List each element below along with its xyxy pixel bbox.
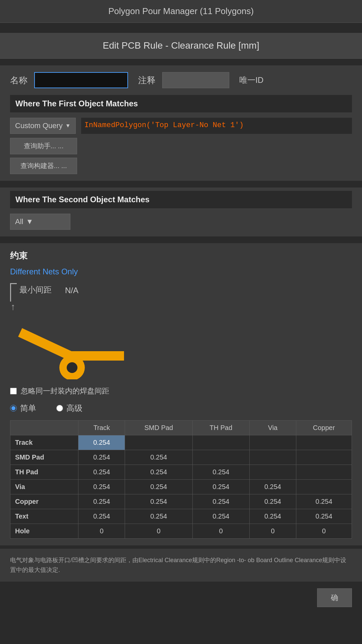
cell-smd-track[interactable]: 0.254: [78, 450, 125, 465]
top-bar: Polygon Pour Manager (11 Polygons): [0, 0, 362, 23]
all-dropdown[interactable]: All ▼: [10, 214, 70, 230]
checkbox-row: 忽略同一封装内的焊盘间距: [10, 386, 352, 396]
na-value: N/A: [65, 286, 78, 295]
bracket-icon: [10, 283, 17, 302]
table-row: SMD Pad 0.254 0.254: [10, 450, 352, 465]
col-header-empty: [10, 421, 78, 435]
radio-simple-label: 简单: [20, 403, 36, 414]
table-row: Track 0.254: [10, 435, 352, 450]
query-expression: InNamedPolygon('Top Layer-No Net 1'): [81, 118, 352, 134]
cell-track-track[interactable]: 0.254: [78, 435, 125, 450]
title-bar: Edit PCB Rule - Clearance Rule [mm]: [0, 33, 362, 59]
row-label-th: TH Pad: [10, 465, 78, 480]
first-object-header: Where The First Object Matches: [10, 95, 352, 112]
col-header-th: TH Pad: [192, 421, 249, 435]
svg-point-1: [67, 362, 77, 373]
table-row: Hole 0 0 0 0 0: [10, 524, 352, 539]
main-content: 名称 注释 唯一ID Where The First Object Matche…: [0, 65, 362, 181]
footer-content: 电气对象与电路板开口/凹槽之间要求的间距，由Electrical Clearan…: [10, 557, 346, 573]
query-buttons: 查询助手... ... 查询构建器... ...: [10, 138, 352, 174]
pcb-visual: [10, 319, 131, 379]
constraint-section: 约束 Different Nets Only 最小间距 ↑ N/A 忽略同一封装…: [0, 243, 362, 545]
cell-smd-smd[interactable]: 0.254: [125, 450, 192, 465]
ignore-pad-checkbox[interactable]: [10, 388, 17, 394]
name-input[interactable]: [34, 72, 128, 88]
footer-text: 电气对象与电路板开口/凹槽之间要求的间距，由Electrical Clearan…: [0, 549, 362, 582]
id-label: 唯一ID: [239, 75, 263, 86]
cell-copper-th[interactable]: 0.254: [192, 494, 249, 509]
cell-copper-via[interactable]: 0.254: [249, 494, 296, 509]
row-label-copper: Copper: [10, 494, 78, 509]
col-header-track: Track: [78, 421, 125, 435]
name-label: 名称: [10, 74, 27, 86]
col-header-copper: Copper: [296, 421, 352, 435]
ignore-pad-label: 忽略同一封装内的焊盘间距: [21, 386, 109, 396]
clearance-table: Track SMD Pad TH Pad Via Copper Track 0.…: [10, 420, 352, 539]
cell-th-via: [249, 465, 296, 480]
cell-text-copper[interactable]: 0.254: [296, 509, 352, 524]
custom-query-label: Custom Query: [15, 121, 63, 130]
query-builder-button[interactable]: 查询构建器... ...: [10, 158, 77, 174]
cell-hole-via[interactable]: 0: [249, 524, 296, 539]
cell-via-copper: [296, 480, 352, 494]
cell-text-smd[interactable]: 0.254: [125, 509, 192, 524]
cell-copper-smd[interactable]: 0.254: [125, 494, 192, 509]
cell-text-th[interactable]: 0.254: [192, 509, 249, 524]
cell-th-smd[interactable]: 0.254: [125, 465, 192, 480]
radio-row: 简单 高级: [10, 403, 352, 414]
radio-advanced[interactable]: [56, 405, 63, 412]
cell-via-track[interactable]: 0.254: [78, 480, 125, 494]
custom-query-dropdown[interactable]: Custom Query ▼: [10, 118, 76, 134]
row-label-smd: SMD Pad: [10, 450, 78, 465]
query-helper-button[interactable]: 查询助手... ...: [10, 138, 77, 154]
cell-track-smd: [125, 435, 192, 450]
cell-text-via[interactable]: 0.254: [249, 509, 296, 524]
cell-th-copper: [296, 465, 352, 480]
cell-text-track[interactable]: 0.254: [78, 509, 125, 524]
ok-button[interactable]: 确: [317, 588, 352, 607]
row-label-via: Via: [10, 480, 78, 494]
cell-track-th: [192, 435, 249, 450]
chevron-down-icon-2: ▼: [26, 217, 33, 226]
col-header-smd: SMD Pad: [125, 421, 192, 435]
cell-via-th[interactable]: 0.254: [192, 480, 249, 494]
table-row: Text 0.254 0.254 0.254 0.254 0.254: [10, 509, 352, 524]
cell-hole-copper[interactable]: 0: [296, 524, 352, 539]
arrow-down-icon: ↑: [11, 302, 15, 312]
row-label-track: Track: [10, 435, 78, 450]
row-label-text: Text: [10, 509, 78, 524]
radio-advanced-label: 高级: [66, 403, 82, 414]
note-label: 注释: [138, 74, 156, 86]
min-clearance-row: 最小间距 ↑ N/A: [10, 283, 352, 312]
second-object-header: Where The Second Object Matches: [10, 191, 352, 208]
note-input[interactable]: [162, 72, 229, 88]
second-object-section: Where The Second Object Matches All ▼: [0, 187, 362, 236]
min-label-block: 最小间距 ↑: [10, 283, 52, 312]
constraint-title: 约束: [10, 250, 352, 262]
cell-th-track[interactable]: 0.254: [78, 465, 125, 480]
table-row: Copper 0.254 0.254 0.254 0.254 0.254: [10, 494, 352, 509]
cell-copper-copper[interactable]: 0.254: [296, 494, 352, 509]
all-label: All: [15, 217, 23, 226]
col-header-via: Via: [249, 421, 296, 435]
cell-track-copper: [296, 435, 352, 450]
cell-hole-track[interactable]: 0: [78, 524, 125, 539]
cell-track-via: [249, 435, 296, 450]
cell-th-th[interactable]: 0.254: [192, 465, 249, 480]
radio-simple-item: 简单: [10, 403, 36, 414]
table-row: Via 0.254 0.254 0.254 0.254: [10, 480, 352, 494]
cell-smd-via: [249, 450, 296, 465]
radio-advanced-item: 高级: [56, 403, 82, 414]
cell-via-via[interactable]: 0.254: [249, 480, 296, 494]
title-bar-text: Edit PCB Rule - Clearance Rule [mm]: [103, 40, 259, 51]
diff-nets-label: Different Nets Only: [10, 267, 352, 276]
radio-simple[interactable]: [10, 405, 17, 412]
name-row: 名称 注释 唯一ID: [10, 72, 352, 88]
cell-hole-smd[interactable]: 0: [125, 524, 192, 539]
cell-copper-track[interactable]: 0.254: [78, 494, 125, 509]
cell-via-smd[interactable]: 0.254: [125, 480, 192, 494]
min-clearance-label: 最小间距: [19, 284, 52, 295]
top-bar-title: Polygon Pour Manager (11 Polygons): [108, 6, 254, 16]
cell-hole-th[interactable]: 0: [192, 524, 249, 539]
row-label-hole: Hole: [10, 524, 78, 539]
